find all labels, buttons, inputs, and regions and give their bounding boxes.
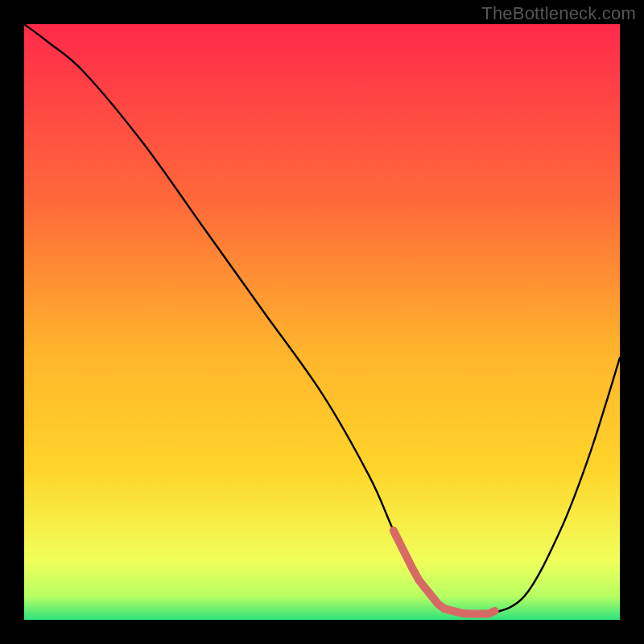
plot-area [24,24,620,620]
gradient-background [24,24,620,620]
watermark-text: TheBottleneck.com [481,3,636,24]
chart-frame: TheBottleneck.com [0,0,644,644]
chart-svg [24,24,620,620]
